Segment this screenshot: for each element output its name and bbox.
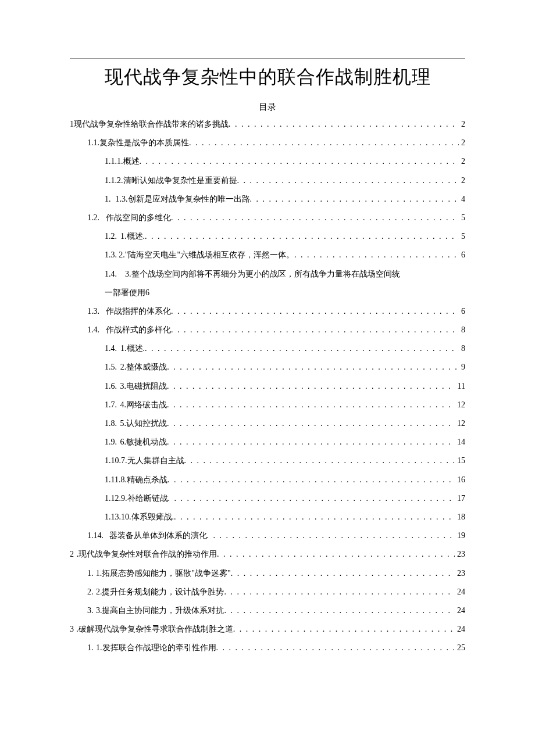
toc-entry-number: 1.4. [87,321,99,339]
toc-entry: 2.现代战争复杂性对联合作战的推动作用23 [70,545,465,564]
toc-entry-number: 1. [87,639,94,657]
toc-leader [167,396,455,414]
toc-page-number: 24 [455,583,465,601]
toc-heading: 目录 [70,102,465,113]
toc-entry-text: 作战空间的多维化 [106,209,171,227]
toc-entry-number: 1.13. [105,508,121,526]
toc-leader [167,433,455,452]
toc-page-number: 24 [455,601,465,620]
toc-entry: 1.3.2."陆海空天电生"六维战场相互依存，浑然一体。6 [70,246,465,264]
toc-entry: 1.4.3.整个战场空间内部将不再细分为更小的战区，所有战争力量将在战场空间统 [70,265,465,284]
toc-entry: 1.10.7.无人集群自主战15 [70,452,465,470]
toc-entry-number: 1.10. [105,452,121,470]
toc-entry-text: 1.发挥联合作战理论的牵引性作用 [96,639,216,657]
toc-entry: 一部署使用6 [70,284,465,302]
toc-leader [145,339,459,358]
toc-entry-text: 复杂性是战争的本质属性 [99,134,189,152]
toc-entry-text: 2.整体威慑战 [120,358,167,377]
toc-entry: 1.1.发挥联合作战理论的牵引性作用25 [70,639,465,657]
toc-entry-number: 3 [70,620,74,639]
page: 现代战争复杂性中的联合作战制胜机理 目录 1现代战争复杂性给联合作战带来的诸多挑… [0,0,535,756]
toc-leader [184,452,455,470]
toc-entry: 3.破解现代战争复杂性寻求联合作战制胜之道24 [70,620,465,639]
toc-entry-text: 作战指挥的体系化 [106,302,171,321]
toc-entry: 1.2.1.概述.5 [70,227,465,246]
toc-entry-number: 1. [87,564,94,583]
toc-entry-text: 1.概述. [120,339,145,358]
toc-entry: 1.3.作战指挥的体系化6 [70,302,465,321]
toc-leader [167,471,455,489]
toc-page-number: 6 [145,284,149,302]
toc-entry: 1.1.拓展态势感知能力，驱散"战争迷雾"23 [70,564,465,583]
toc-page-number: 2 [459,152,465,171]
toc-entry-text: 概述 [123,152,140,171]
toc-entry-text: 8.精确点杀战 [120,471,167,489]
toc-leader [140,152,459,171]
toc-page-number: 8 [459,321,465,339]
toc-entry-number: 1.1. [87,134,99,152]
toc-page-number: 6 [459,302,465,321]
toc-page-number: 2 [459,171,465,190]
toc-page-number: 2 [459,115,465,134]
toc-page-number: 18 [455,508,465,526]
toc-entry-text: 9.补给断链战 [121,489,168,508]
toc-leader [171,209,459,227]
toc-page-number: 17 [455,489,465,508]
toc-entry-number: 1.1.2. [105,171,123,190]
toc-page-number: 11 [455,377,465,396]
toc-leader [250,190,459,209]
toc-page-number: 16 [455,471,465,489]
toc-entry-text: 器装备从单体到体系的演化 [109,526,207,545]
toc-leader [231,564,455,583]
toc-page-number: 6 [459,246,465,264]
toc-entry: 1.1.复杂性是战争的本质属性2 [70,134,465,152]
table-of-contents: 1现代战争复杂性给联合作战带来的诸多挑战21.1.复杂性是战争的本质属性21.1… [70,115,465,657]
toc-page-number: 23 [455,564,465,583]
toc-entry-text: 7.无人集群自主战 [121,452,184,470]
toc-page-number: 24 [455,620,465,639]
toc-entry-number: 1.9. [105,433,117,452]
toc-entry-text: 作战样式的多样化 [106,321,171,339]
toc-page-number: 8 [459,339,465,358]
toc-entry-number: 1.12. [105,489,121,508]
toc-entry: 1现代战争复杂性给联合作战带来的诸多挑战2 [70,115,465,134]
toc-entry-text: 3.提高自主协同能力，升级体系对抗 [96,601,224,620]
toc-page-number: 5 [459,227,465,246]
toc-entry: 1.6.3.电磁扰阻战11 [70,377,465,396]
toc-leader [189,134,459,152]
toc-entry-text: 2."陆海空天电生"六维战场相互依存，浑然一体。 [119,246,294,264]
toc-entry-number: 1.7. [105,396,117,414]
toc-entry: 1.13.10.体系毁瘫战.18 [70,508,465,526]
toc-entry: 1.9.6.敏捷机动战14 [70,433,465,452]
toc-entry-text: .现代战争复杂性对联合作战的推动作用 [77,545,217,564]
toc-entry-text: 5.认知控扰战 [120,414,167,433]
toc-entry-number: 1.1.1. [105,152,123,171]
toc-entry-number: 1. [105,190,111,209]
toc-entry-text: 现代战争复杂性给联合作战带来的诸多挑战 [74,115,229,134]
toc-page-number: 5 [459,209,465,227]
toc-entry-number: 1.8. [105,414,117,433]
toc-page-number: 19 [455,526,465,545]
toc-entry: 3.3.提高自主协同能力，升级体系对抗24 [70,601,465,620]
toc-leader [217,545,455,564]
toc-entry: 1.1.3.创新是应对战争复杂性的唯一出路4 [70,190,465,209]
toc-leader [216,639,455,657]
toc-entry-text: 清晰认知战争复杂性是重要前提 [123,171,237,190]
toc-entry-text: .破解现代战争复杂性寻求联合作战制胜之道 [76,620,233,639]
toc-entry: 1.8.5.认知控扰战12 [70,414,465,433]
toc-entry-number: 1.6. [105,377,117,396]
toc-entry-number: 1.14. [87,526,104,545]
toc-leader [167,414,455,433]
toc-leader [167,377,455,396]
toc-entry-number: 1.2. [105,227,117,246]
toc-entry: 1.7.4.网络破击战12 [70,396,465,414]
toc-page-number: 2 [459,134,465,152]
top-rule [70,58,465,59]
toc-leader [168,489,455,508]
toc-entry-text: 6.敏捷机动战 [120,433,167,452]
toc-entry-text: 1.概述. [120,227,145,246]
toc-page-number: 15 [455,452,465,470]
toc-leader [229,115,459,134]
toc-entry-number: 1.11. [105,471,120,489]
toc-leader [207,526,455,545]
